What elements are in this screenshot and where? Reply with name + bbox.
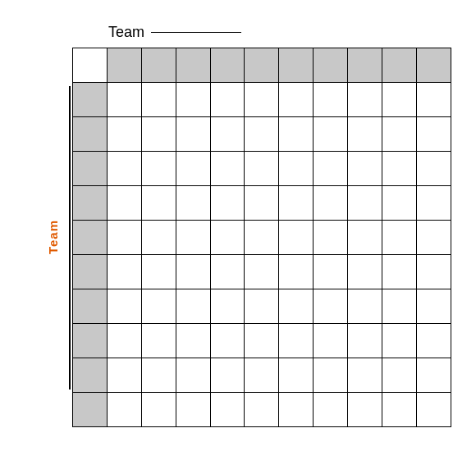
cell-10-3[interactable] — [176, 393, 210, 427]
cell-7-6[interactable] — [279, 289, 314, 324]
cell-0-3[interactable] — [176, 48, 210, 83]
cell-7-7[interactable] — [314, 289, 348, 324]
cell-9-3[interactable] — [176, 358, 210, 393]
cell-3-7[interactable] — [314, 152, 348, 186]
cell-0-10[interactable] — [417, 48, 451, 83]
cell-8-5[interactable] — [245, 324, 279, 358]
cell-0-2[interactable] — [141, 48, 176, 83]
cell-10-7[interactable] — [314, 393, 348, 427]
cell-0-4[interactable] — [210, 48, 245, 83]
cell-7-9[interactable] — [382, 289, 417, 324]
cell-9-2[interactable] — [141, 358, 176, 393]
cell-8-1[interactable] — [107, 324, 141, 358]
cell-1-6[interactable] — [279, 83, 314, 117]
cell-8-3[interactable] — [176, 324, 210, 358]
cell-4-2[interactable] — [141, 186, 176, 221]
cell-0-1[interactable] — [107, 48, 141, 83]
cell-4-4[interactable] — [210, 186, 245, 221]
cell-9-7[interactable] — [314, 358, 348, 393]
cell-10-5[interactable] — [245, 393, 279, 427]
cell-1-5[interactable] — [245, 83, 279, 117]
cell-0-5[interactable] — [245, 48, 279, 83]
cell-4-1[interactable] — [107, 186, 141, 221]
cell-6-1[interactable] — [107, 255, 141, 289]
cell-0-8[interactable] — [348, 48, 382, 83]
cell-8-8[interactable] — [348, 324, 382, 358]
cell-5-1[interactable] — [107, 221, 141, 255]
cell-0-7[interactable] — [314, 48, 348, 83]
cell-7-1[interactable] — [107, 289, 141, 324]
cell-1-0[interactable] — [72, 83, 107, 117]
cell-10-8[interactable] — [348, 393, 382, 427]
cell-0-9[interactable] — [382, 48, 417, 83]
cell-3-10[interactable] — [417, 152, 451, 186]
cell-0-0[interactable] — [72, 48, 107, 83]
cell-5-10[interactable] — [417, 221, 451, 255]
cell-4-10[interactable] — [417, 186, 451, 221]
cell-8-2[interactable] — [141, 324, 176, 358]
cell-6-9[interactable] — [382, 255, 417, 289]
cell-10-2[interactable] — [141, 393, 176, 427]
cell-2-3[interactable] — [176, 117, 210, 152]
cell-9-5[interactable] — [245, 358, 279, 393]
cell-8-4[interactable] — [210, 324, 245, 358]
cell-2-8[interactable] — [348, 117, 382, 152]
cell-5-4[interactable] — [210, 221, 245, 255]
cell-4-7[interactable] — [314, 186, 348, 221]
cell-6-3[interactable] — [176, 255, 210, 289]
cell-1-2[interactable] — [141, 83, 176, 117]
cell-3-0[interactable] — [72, 152, 107, 186]
cell-4-0[interactable] — [72, 186, 107, 221]
cell-1-3[interactable] — [176, 83, 210, 117]
cell-2-2[interactable] — [141, 117, 176, 152]
cell-2-6[interactable] — [279, 117, 314, 152]
cell-6-10[interactable] — [417, 255, 451, 289]
cell-9-4[interactable] — [210, 358, 245, 393]
cell-9-1[interactable] — [107, 358, 141, 393]
cell-6-4[interactable] — [210, 255, 245, 289]
cell-9-9[interactable] — [382, 358, 417, 393]
cell-7-5[interactable] — [245, 289, 279, 324]
cell-3-1[interactable] — [107, 152, 141, 186]
cell-2-0[interactable] — [72, 117, 107, 152]
cell-4-3[interactable] — [176, 186, 210, 221]
cell-4-6[interactable] — [279, 186, 314, 221]
cell-9-10[interactable] — [417, 358, 451, 393]
cell-9-8[interactable] — [348, 358, 382, 393]
cell-5-9[interactable] — [382, 221, 417, 255]
cell-8-6[interactable] — [279, 324, 314, 358]
cell-10-4[interactable] — [210, 393, 245, 427]
cell-3-4[interactable] — [210, 152, 245, 186]
cell-3-8[interactable] — [348, 152, 382, 186]
cell-4-5[interactable] — [245, 186, 279, 221]
cell-3-3[interactable] — [176, 152, 210, 186]
cell-10-1[interactable] — [107, 393, 141, 427]
cell-2-7[interactable] — [314, 117, 348, 152]
cell-6-6[interactable] — [279, 255, 314, 289]
cell-3-6[interactable] — [279, 152, 314, 186]
cell-2-9[interactable] — [382, 117, 417, 152]
cell-8-9[interactable] — [382, 324, 417, 358]
cell-8-0[interactable] — [72, 324, 107, 358]
cell-6-0[interactable] — [72, 255, 107, 289]
cell-3-5[interactable] — [245, 152, 279, 186]
cell-7-3[interactable] — [176, 289, 210, 324]
cell-5-5[interactable] — [245, 221, 279, 255]
cell-9-6[interactable] — [279, 358, 314, 393]
cell-1-8[interactable] — [348, 83, 382, 117]
cell-9-0[interactable] — [72, 358, 107, 393]
cell-10-6[interactable] — [279, 393, 314, 427]
cell-5-0[interactable] — [72, 221, 107, 255]
cell-1-9[interactable] — [382, 83, 417, 117]
cell-7-4[interactable] — [210, 289, 245, 324]
cell-8-10[interactable] — [417, 324, 451, 358]
cell-5-7[interactable] — [314, 221, 348, 255]
cell-6-2[interactable] — [141, 255, 176, 289]
cell-7-10[interactable] — [417, 289, 451, 324]
cell-5-2[interactable] — [141, 221, 176, 255]
cell-6-8[interactable] — [348, 255, 382, 289]
cell-6-5[interactable] — [245, 255, 279, 289]
cell-10-9[interactable] — [382, 393, 417, 427]
cell-8-7[interactable] — [314, 324, 348, 358]
cell-0-6[interactable] — [279, 48, 314, 83]
